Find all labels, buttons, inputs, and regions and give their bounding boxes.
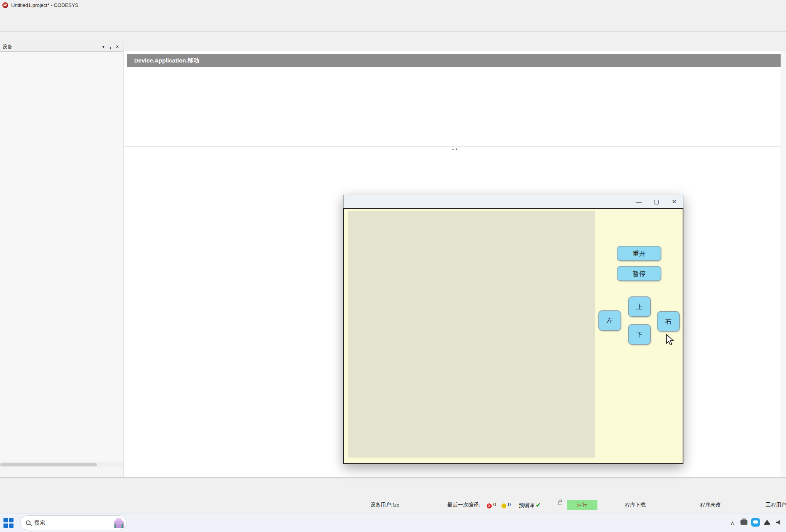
project-user: 工程用户:(	[766, 502, 786, 508]
program-unchanged: 程序未改	[700, 502, 721, 508]
visualization-body: 重开 暂停 上 左 右 下	[343, 208, 683, 464]
tree-horizontal-scrollbar[interactable]	[0, 462, 123, 467]
devices-panel-header: 设备 ▾ ┰ ✕	[0, 42, 123, 52]
wifi-icon[interactable]	[761, 520, 773, 526]
check-icon: ✔	[536, 502, 541, 508]
snake-game-grid	[348, 211, 595, 458]
windows-taskbar: 搜索 ∧	[0, 513, 786, 532]
pause-button[interactable]: 暂停	[617, 266, 661, 281]
codesys-logo-icon	[2, 2, 8, 8]
toolbar	[0, 20, 786, 32]
message-panel-tabs	[0, 487, 786, 498]
mouse-cursor	[666, 334, 676, 346]
run-state-badge: 运行	[567, 500, 597, 510]
editor-vertical-scrollbar[interactable]	[781, 51, 786, 487]
search-placeholder: 搜索	[34, 519, 114, 526]
left-button[interactable]: 左	[599, 311, 621, 331]
search-daily-image	[114, 517, 124, 528]
visualization-titlebar[interactable]: — ▢ ✕	[343, 195, 683, 208]
lock-icon	[558, 500, 562, 506]
devices-panel-title: 设备	[2, 43, 12, 50]
restart-button[interactable]: 重开	[617, 246, 661, 261]
error-count: ✕ 0	[487, 502, 496, 508]
device-user: 设备用户:fzc	[370, 502, 399, 508]
precompile-status: 预编译 ✔	[519, 502, 541, 509]
device-tree	[0, 52, 123, 461]
minimize-button[interactable]: —	[630, 195, 648, 208]
panel-pin-icon[interactable]: ┰	[107, 44, 114, 49]
down-button[interactable]: 下	[628, 324, 651, 345]
window-title: Untitled1.project* - CODESYS	[11, 2, 78, 8]
panel-close-icon[interactable]: ✕	[114, 44, 121, 49]
status-bar: 设备用户:fzc 最后一次编译: ✕ 0 ! 0 预编译 ✔ 运行 程序下载 程…	[0, 498, 786, 513]
error-icon: ✕	[487, 503, 492, 508]
devices-panel: 设备 ▾ ┰ ✕	[0, 42, 123, 477]
search-icon	[26, 520, 30, 525]
bottom-panel-tabs	[0, 477, 786, 487]
printer-icon[interactable]	[738, 520, 750, 526]
warning-icon: !	[501, 503, 506, 508]
maximize-button[interactable]: ▢	[648, 195, 665, 208]
right-button[interactable]: 右	[657, 311, 680, 331]
program-download[interactable]: 程序下载	[625, 502, 646, 508]
panel-menu-icon[interactable]: ▾	[100, 44, 107, 49]
close-button[interactable]: ✕	[665, 195, 683, 208]
taskbar-search[interactable]: 搜索	[20, 515, 127, 530]
visualization-window: — ▢ ✕ 重开 暂停 上 左 右 下	[343, 195, 683, 464]
up-button[interactable]: 上	[628, 297, 651, 317]
last-build-label: 最后一次编译:	[447, 502, 480, 508]
title-bar: Untitled1.project* - CODESYS	[0, 0, 786, 10]
chat-app-icon[interactable]	[750, 518, 761, 528]
editor-tab-strip	[123, 42, 786, 51]
menu-bar	[0, 10, 786, 20]
warning-count: ! 0	[501, 502, 511, 508]
editor-breadcrumb: Device.Application.移动	[127, 54, 781, 67]
volume-icon[interactable]	[773, 520, 784, 526]
editor-splitter[interactable]: ▲▼	[124, 146, 786, 150]
tray-chevron-icon[interactable]: ∧	[727, 520, 738, 526]
start-button[interactable]	[0, 515, 17, 531]
